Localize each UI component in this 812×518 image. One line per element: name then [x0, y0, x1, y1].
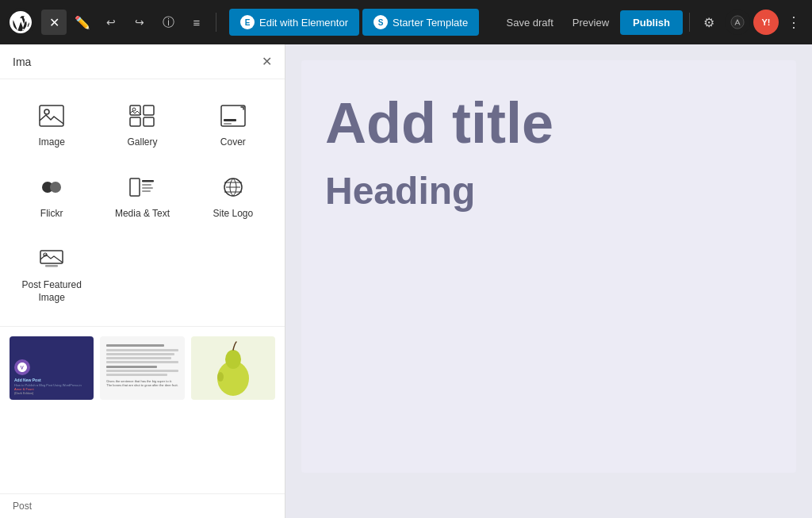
cover-block-icon: [219, 102, 247, 130]
block-item-media-text[interactable]: Media & Text: [103, 167, 181, 225]
block-item-site-logo[interactable]: Site Logo: [194, 167, 272, 225]
svg-rect-10: [224, 123, 232, 125]
more-options-button[interactable]: ⋮: [782, 10, 806, 34]
svg-point-0: [731, 16, 744, 29]
post-featured-image-block-label: Post Featured Image: [19, 279, 84, 304]
svg-rect-4: [144, 106, 154, 115]
site-logo-block-label: Site Logo: [213, 208, 253, 219]
block-item-post-featured-image[interactable]: Post Featured Image: [13, 238, 90, 310]
svg-rect-14: [142, 180, 154, 182]
separator: [216, 13, 216, 32]
top-bar-right: Save draft Preview Publish ⚙ Y! ⋮: [499, 10, 806, 35]
editor-canvas[interactable]: Add title Heading: [301, 60, 796, 473]
sidebar-header: Ima ✕: [0, 44, 285, 79]
media-text-block-icon: [128, 173, 156, 201]
block-item-cover[interactable]: Cover: [194, 95, 272, 154]
preview-button[interactable]: Preview: [565, 12, 617, 33]
svg-rect-9: [224, 119, 236, 121]
starter-template-button[interactable]: S Starter Template: [362, 9, 479, 36]
info-button[interactable]: ⓘ: [155, 10, 181, 35]
image-block-label: Image: [38, 136, 64, 148]
svg-rect-21: [45, 265, 58, 267]
menu-button[interactable]: ≡: [184, 10, 209, 35]
post-featured-image-block-icon: [37, 244, 66, 273]
thumbnails-section: Add New Post How to Publish a Blog Post …: [0, 327, 285, 493]
thumbnails-grid: Add New Post How to Publish a Blog Post …: [10, 336, 275, 400]
a-icon-button[interactable]: [725, 10, 750, 35]
pencil-icon-button[interactable]: ✏️: [70, 10, 95, 35]
save-draft-button[interactable]: Save draft: [499, 12, 561, 33]
separator-right: [689, 13, 690, 32]
flickr-block-label: Flickr: [40, 208, 63, 219]
gallery-block-icon: [128, 102, 156, 130]
svg-point-2: [44, 109, 49, 114]
svg-rect-13: [130, 178, 140, 196]
svg-point-24: [217, 372, 224, 382]
svg-rect-6: [144, 117, 154, 126]
top-bar: ✕ ✏️ ↩ ↪ ⓘ ≡ E Edit with Elementor S Sta…: [0, 0, 812, 44]
elementor-icon: E: [240, 15, 255, 29]
svg-rect-5: [130, 117, 140, 126]
search-label: Ima: [13, 56, 262, 68]
edit-with-elementor-button[interactable]: E Edit with Elementor: [229, 9, 359, 36]
thumbnail-1[interactable]: Add New Post How to Publish a Blog Post …: [10, 336, 94, 400]
starter-template-icon: S: [373, 15, 388, 29]
flickr-block-icon: [37, 173, 66, 201]
svg-rect-16: [142, 187, 153, 189]
svg-rect-15: [142, 184, 151, 186]
image-block-icon: [37, 102, 66, 130]
post-label: Post: [13, 501, 32, 512]
pear-illustration: [209, 340, 257, 396]
gallery-block-label: Gallery: [127, 136, 157, 148]
thumb-wp-logo: [14, 359, 30, 375]
heading-text[interactable]: Heading: [325, 171, 772, 213]
sidebar: Ima ✕ Image: [0, 44, 285, 518]
site-logo-block-icon: [219, 173, 247, 201]
thumbnail-2[interactable]: Gives the sentence that has the big supe…: [100, 336, 184, 400]
add-title-text[interactable]: Add title: [325, 92, 772, 155]
svg-rect-17: [142, 190, 151, 192]
close-button[interactable]: ✕: [41, 10, 67, 35]
svg-point-23: [225, 350, 241, 369]
svg-point-12: [50, 182, 61, 193]
yoast-icon-button[interactable]: Y!: [753, 10, 779, 35]
main-layout: Ima ✕ Image: [0, 44, 812, 518]
thumbnail-3[interactable]: [191, 336, 275, 400]
svg-rect-1: [40, 106, 63, 126]
block-item-flickr[interactable]: Flickr: [13, 167, 90, 225]
settings-icon-button[interactable]: ⚙: [696, 10, 722, 35]
redo-button[interactable]: ↪: [127, 10, 152, 35]
cover-block-label: Cover: [220, 136, 246, 148]
media-text-block-label: Media & Text: [115, 208, 170, 219]
block-item-image[interactable]: Image: [13, 95, 90, 154]
publish-button[interactable]: Publish: [620, 10, 683, 35]
undo-button[interactable]: ↩: [98, 10, 124, 35]
svg-point-7: [132, 108, 136, 111]
block-item-gallery[interactable]: Gallery: [103, 95, 181, 154]
sidebar-bottom: Post: [0, 493, 285, 518]
close-sidebar-button[interactable]: ✕: [262, 54, 272, 69]
block-grid: Image Gallery: [0, 79, 285, 327]
editor-area: Add title Heading: [285, 44, 812, 518]
wp-logo[interactable]: [6, 8, 35, 36]
